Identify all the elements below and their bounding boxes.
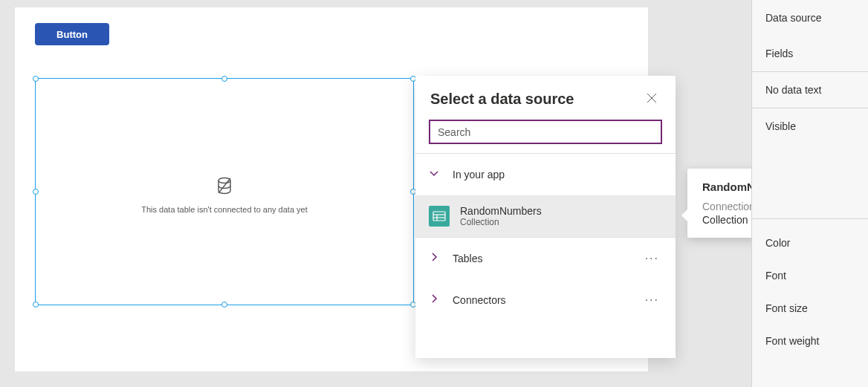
search-input[interactable] [429,120,662,144]
row-label: RandomNumbers Collection [460,205,662,227]
more-button[interactable]: ··· [642,249,662,268]
properties-panel: Data source Fields No data text Visible … [751,0,868,387]
prop-font-weight[interactable]: Font weight [752,325,868,357]
data-source-panel: Select a data source In your app [415,76,676,358]
tables-row[interactable]: Tables ··· [415,238,676,279]
connectors-row[interactable]: Connectors ··· [415,279,676,321]
more-icon: ··· [645,252,659,264]
search-wrap [415,120,676,153]
prop-color[interactable]: Color [752,227,868,259]
resize-handle[interactable] [33,302,39,308]
in-your-app-row[interactable]: In your app [415,154,676,195]
row-label: Connectors [453,294,642,306]
more-button[interactable]: ··· [642,290,662,310]
more-icon: ··· [645,293,659,306]
resize-handle[interactable] [221,76,227,82]
collection-icon [429,206,450,227]
chevron-down-icon [429,168,439,181]
row-label: In your app [453,169,662,181]
chevron-right-icon [429,252,439,265]
empty-state: This data table isn't connected to any d… [36,175,413,214]
row-label: Tables [453,253,642,264]
close-button[interactable] [643,89,661,109]
database-icon [214,175,235,199]
svg-rect-4 [433,212,445,221]
panel-title: Select a data source [430,91,574,108]
collection-row[interactable]: RandomNumbers Collection [415,195,676,237]
chevron-right-icon [429,293,439,307]
prop-fields[interactable]: Fields [752,36,868,71]
prop-font[interactable]: Font [752,259,868,292]
empty-state-text: This data table isn't connected to any d… [36,205,413,214]
resize-handle[interactable] [33,76,39,82]
prop-data-source[interactable]: Data source [752,0,868,36]
svg-line-1 [218,178,230,193]
resize-handle[interactable] [221,302,227,308]
button-control[interactable]: Button [35,23,109,45]
prop-visible[interactable]: Visible [752,108,868,144]
prop-font-size[interactable]: Font size [752,292,868,325]
data-table-selection[interactable]: This data table isn't connected to any d… [35,78,414,305]
panel-header: Select a data source [415,76,676,120]
prop-no-data-text[interactable]: No data text [752,72,868,108]
close-icon [646,95,658,106]
